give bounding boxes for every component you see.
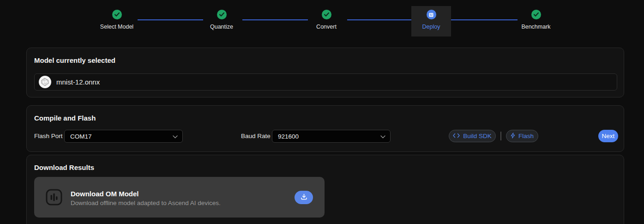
code-icon [453, 133, 460, 139]
bar-chart-model-icon [45, 188, 63, 208]
model-selected-card: Model currently selected mnist-12.onnx [26, 48, 624, 97]
chevron-down-icon [173, 133, 178, 140]
download-om-model-item: Download OM Model Download offline model… [34, 177, 325, 218]
deploy-board-icon [427, 10, 436, 19]
baud-rate-label: Baud Rate [241, 130, 271, 143]
download-item-description: Download offline model adapted to Ascend… [71, 200, 221, 206]
step-select-model[interactable]: Select Model [89, 10, 144, 30]
button-divider [500, 132, 501, 140]
stepper-connector [347, 19, 411, 20]
step-label: Benchmark [508, 24, 564, 30]
compile-flash-card: Compile and Flash Flash Port COM17 Baud … [26, 105, 624, 152]
step-deploy[interactable]: Deploy [403, 10, 459, 30]
build-sdk-button[interactable]: Build SDK [449, 130, 496, 142]
step-label: Quantize [194, 24, 249, 30]
step-quantize[interactable]: Quantize [194, 10, 249, 30]
stepper-connector [242, 19, 308, 20]
download-icon [301, 194, 307, 202]
chevron-down-icon [380, 133, 385, 140]
lightning-bolt-icon [511, 133, 515, 140]
step-convert[interactable]: Convert [299, 10, 354, 30]
workflow-stepper: Select Model Quantize Convert [0, 0, 644, 42]
check-circle-icon [531, 10, 541, 19]
download-item-title: Download OM Model [71, 190, 139, 198]
flash-port-select[interactable]: COM17 [64, 130, 183, 143]
selected-model-name: mnist-12.onnx [56, 78, 100, 86]
card-title: Model currently selected [34, 56, 115, 64]
check-circle-icon [217, 10, 227, 19]
flash-button[interactable]: Flash [506, 130, 538, 142]
stepper-connector [451, 19, 518, 20]
flash-port-value: COM17 [70, 133, 173, 140]
next-button[interactable]: Next [598, 130, 618, 142]
step-label: Deploy [403, 24, 459, 30]
baud-rate-value: 921600 [278, 133, 380, 140]
compile-flash-controls: Flash Port COM17 Baud Rate 921600 Build … [27, 130, 624, 143]
baud-rate-select[interactable]: 921600 [272, 130, 391, 143]
download-results-card: Download Results Download OM Model Downl… [26, 155, 624, 224]
step-benchmark[interactable]: Benchmark [508, 10, 564, 30]
selected-model-field: mnist-12.onnx [34, 73, 617, 91]
flash-label: Flash [518, 133, 534, 139]
check-circle-icon [322, 10, 331, 19]
download-button[interactable] [295, 191, 313, 204]
check-circle-icon [112, 10, 122, 19]
deploy-page: Select Model Quantize Convert [0, 0, 644, 224]
step-label: Select Model [89, 24, 144, 30]
stepper-connector [138, 19, 203, 20]
card-title: Compile and Flash [34, 114, 96, 122]
step-label: Convert [299, 24, 354, 30]
flash-port-label: Flash Port [34, 130, 63, 143]
build-sdk-label: Build SDK [463, 133, 492, 139]
card-title: Download Results [34, 163, 94, 171]
onnx-logo-icon [39, 76, 51, 88]
